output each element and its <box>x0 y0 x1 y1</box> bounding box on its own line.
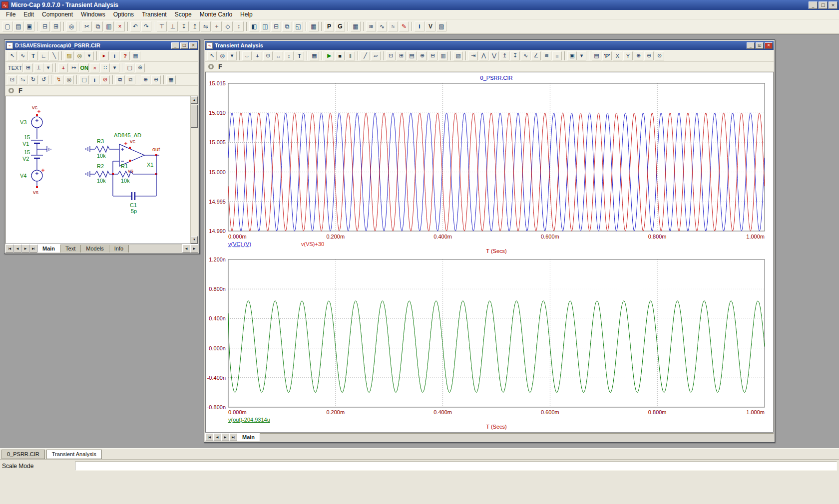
first-page-button[interactable]: |◀ <box>5 245 13 252</box>
first-page-button[interactable]: |◀ <box>205 433 213 441</box>
zoom-out-button[interactable]: ⊖ <box>644 51 654 60</box>
close-button[interactable]: × <box>829 1 838 9</box>
page-ring-icon[interactable] <box>8 88 14 93</box>
to-front-button[interactable]: ⧉ <box>115 75 125 84</box>
transient-plot-top[interactable]: 15.01515.01015.00515.00014.99514.9900.00… <box>206 73 774 254</box>
scroll-right-button[interactable]: ▶ <box>190 245 198 252</box>
legend-item[interactable]: v(VS)+30 <box>301 241 324 247</box>
paste-button[interactable]: ▥ <box>104 21 114 31</box>
waveform-button[interactable]: ∿ <box>377 21 387 31</box>
new-button[interactable]: ▢ <box>2 21 12 31</box>
text-attr-button[interactable]: TEXT <box>7 63 22 72</box>
find-button[interactable]: ◎ <box>66 21 76 31</box>
restore-button[interactable]: ◱ <box>756 42 764 49</box>
info-mode-button[interactable]: i <box>110 51 119 60</box>
menu-transient[interactable]: Transient <box>138 10 171 19</box>
format-button[interactable]: F <box>18 87 22 94</box>
p-key-button[interactable]: 'P' <box>602 51 612 60</box>
find-component-button[interactable]: ◎ <box>75 51 84 60</box>
tab-main[interactable]: Main <box>37 245 60 252</box>
graphics-button[interactable]: ▧ <box>453 51 463 60</box>
scroll-left-button[interactable]: ◀ <box>182 245 190 252</box>
cursor-mode-button[interactable]: + <box>253 51 262 60</box>
polygon-mode-button[interactable]: ▱ <box>371 51 381 60</box>
delete-button[interactable]: × <box>115 21 125 31</box>
tokens-button[interactable]: ⊞ <box>397 51 406 60</box>
g-button[interactable]: G <box>335 21 345 31</box>
box-select-button[interactable]: ⊡ <box>7 75 17 84</box>
schematic-canvas[interactable]: vc V3 15 V1 <box>5 96 198 244</box>
undo-button[interactable]: ↶ <box>130 21 140 31</box>
shape-dropdown[interactable]: ▾ <box>43 63 53 72</box>
minimize-button[interactable]: _ <box>171 42 179 49</box>
baseline-button[interactable]: ⊟ <box>428 51 437 60</box>
circuit-drawing[interactable]: vc V3 15 V1 <box>6 96 190 244</box>
line-mode-button[interactable]: ╱ <box>361 51 370 60</box>
zoom-in-button[interactable]: ⊕ <box>634 51 643 60</box>
tab-text[interactable]: Text <box>60 245 81 252</box>
legend-item[interactable]: v(out)-204.9314u <box>228 417 270 423</box>
properties-button[interactable]: ▦ <box>310 51 319 60</box>
tab-models[interactable]: Models <box>81 245 109 252</box>
valley-button[interactable]: ⋁ <box>489 51 499 60</box>
comment-button[interactable]: ▨ <box>64 51 74 60</box>
high-button[interactable]: ↥ <box>500 51 509 60</box>
node-numbers-button[interactable]: ⊞ <box>23 63 33 72</box>
help-mode-button[interactable]: ? <box>120 51 130 60</box>
cross-button[interactable]: + <box>212 21 222 31</box>
open-button[interactable]: ▤ <box>13 21 23 31</box>
vertical-tag-button[interactable]: ↕ <box>284 51 294 60</box>
schematic-vertical-scrollbar[interactable]: ▲ ▼ <box>190 96 198 244</box>
save-button[interactable]: ▣ <box>24 21 34 31</box>
data-points-button[interactable]: ⊡ <box>386 51 396 60</box>
menu-monte-carlo[interactable]: Monte Carlo <box>196 10 236 19</box>
menu-edit[interactable]: Edit <box>19 10 38 19</box>
menu-help[interactable]: Help <box>236 10 257 19</box>
plot-button[interactable]: ▧ <box>436 21 446 31</box>
diagonal-wire-button[interactable]: ╲ <box>49 51 59 60</box>
cut-button[interactable]: ✂ <box>82 21 92 31</box>
tile-horizontal-button[interactable]: ⊟ <box>271 21 281 31</box>
copy-button[interactable]: ⧉ <box>93 21 103 31</box>
select-mode-button[interactable]: ↖ <box>207 51 217 60</box>
search-button[interactable]: ◎ <box>64 75 74 84</box>
wire-mode-button[interactable]: ∟ <box>39 51 48 60</box>
tile-vertical-button[interactable]: ◫ <box>260 21 270 31</box>
find-dropdown[interactable]: ▾ <box>84 51 94 60</box>
info-button[interactable]: i <box>415 21 424 31</box>
zoom-auto-button[interactable]: ⊙ <box>655 51 664 60</box>
select-mode-button[interactable]: ↖ <box>7 51 17 60</box>
watch-dropdown[interactable]: ▾ <box>577 51 586 60</box>
p-button[interactable]: P <box>324 21 334 31</box>
watch-button[interactable]: ▣ <box>567 51 577 60</box>
menu-file[interactable]: File <box>2 10 19 19</box>
low-button[interactable]: ↧ <box>510 51 520 60</box>
envelope-button[interactable]: ≋ <box>542 51 551 60</box>
node-button[interactable]: ◇ <box>223 21 233 31</box>
zoom-out-button[interactable]: ⊖ <box>151 75 161 84</box>
stop-button[interactable]: ■ <box>335 51 345 60</box>
picture-button[interactable]: ▦ <box>131 51 140 60</box>
menu-windows[interactable]: Windows <box>77 10 109 19</box>
maximize-button[interactable]: □ <box>819 1 828 9</box>
next-page-button[interactable]: ▶ <box>221 433 229 441</box>
pin-top-button[interactable]: ⊤ <box>157 21 167 31</box>
inflection-button[interactable]: ∿ <box>521 51 530 60</box>
minimize-button[interactable]: _ <box>809 1 818 9</box>
schematic-titlebar[interactable]: ⌁ D:\SAVES\microcap\0_PSRR.CIR _□× <box>5 41 198 50</box>
close-button[interactable]: × <box>189 42 197 49</box>
go-to-y-button[interactable]: Y <box>623 51 633 60</box>
go-to-x-button[interactable]: X <box>613 51 622 60</box>
align-cursors-button[interactable]: ≡ <box>552 51 562 60</box>
next-page-button[interactable]: ▶ <box>21 245 29 252</box>
calculator-button[interactable]: ▦ <box>309 21 319 31</box>
print-preview-button[interactable]: ⊞ <box>51 21 61 31</box>
title-block-button[interactable]: ※ <box>135 63 145 72</box>
swap-button[interactable]: ⇋ <box>201 21 211 31</box>
extend-wire-button[interactable]: ↦ <box>69 63 78 72</box>
page-ring-icon[interactable] <box>208 64 214 69</box>
component-mode-button[interactable]: ∿ <box>18 51 27 60</box>
pin-bottom-button[interactable]: ⊥ <box>168 21 178 31</box>
to-back-button[interactable]: ⧉ <box>126 75 135 84</box>
print-button[interactable]: ⊟ <box>40 21 50 31</box>
